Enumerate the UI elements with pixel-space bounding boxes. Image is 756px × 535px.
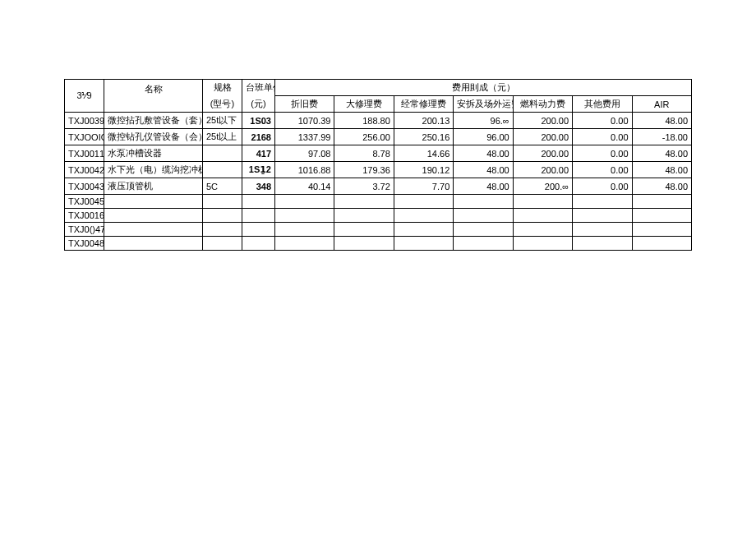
col-header-price-top: 台班单价 <box>242 80 275 96</box>
col-header-feegroup: 费用刞成（元） <box>275 80 692 96</box>
cell-f6: 0.00 <box>573 145 632 162</box>
cell-f5 <box>513 223 572 237</box>
cell-f5: 200.00 <box>513 162 572 178</box>
table-row: TXJ0042水下光（电）缆沟挖冲机1S1̱21016.88179.36190.… <box>65 162 692 178</box>
col-header-spec-top: 规格 <box>203 80 242 96</box>
cell-f2: 179.36 <box>334 162 394 178</box>
cell-code: TXJ0016 <box>65 209 104 223</box>
cell-f5 <box>513 195 572 209</box>
cell-f2: 8.78 <box>334 145 394 162</box>
cell-f5: 200.00 <box>513 129 572 145</box>
cell-f2 <box>334 223 394 237</box>
cell-spec <box>203 195 242 209</box>
table-row: TXJ0011水泵冲槽设器41797.088.7814.6648.00200.0… <box>65 145 692 162</box>
cell-name: 水下光（电）缆沟挖冲机 <box>104 162 203 178</box>
col-header-f1: 折旧费 <box>275 96 334 113</box>
table-row: TXJ0()47 <box>65 223 692 237</box>
cell-f6 <box>573 195 632 209</box>
cell-f6 <box>573 237 632 251</box>
data-table: 3⅟9 名称 规格 台班单价 费用刞成（元） (型号) (元) 折旧费 大修理费… <box>64 79 692 251</box>
cell-f4 <box>454 223 513 237</box>
cell-name: 水泵冲槽设器 <box>104 145 203 162</box>
cell-f2: 3.72 <box>334 178 394 195</box>
cell-price: 2168 <box>242 129 275 145</box>
table-row: TXJ0039微控拈孔敷管设备（套）25t以下1S031070.39188.80… <box>65 113 692 129</box>
cell-f1 <box>275 209 334 223</box>
cell-price: 417 <box>242 145 275 162</box>
cell-name <box>104 195 203 209</box>
cell-f1 <box>275 195 334 209</box>
cell-name <box>104 237 203 251</box>
col-header-price-bottom: (元) <box>242 96 275 113</box>
cell-f4 <box>454 195 513 209</box>
cell-f1 <box>275 223 334 237</box>
cell-f3: 250.16 <box>394 129 453 145</box>
cell-f5: 200.∞ <box>513 178 572 195</box>
col-header-code: 3⅟9 <box>65 80 104 113</box>
col-header-f2: 大修理费 <box>334 96 394 113</box>
cell-spec: 5C <box>203 178 242 195</box>
cell-f2: 256.00 <box>334 129 394 145</box>
cell-f3: 7.70 <box>394 178 453 195</box>
cell-spec <box>203 162 242 178</box>
cell-f3 <box>394 195 453 209</box>
cell-price: 1S1̱2 <box>242 162 275 178</box>
cell-f5: 200.00 <box>513 145 572 162</box>
cell-f3 <box>394 223 453 237</box>
cell-price <box>242 209 275 223</box>
cell-f5 <box>513 237 572 251</box>
cell-price <box>242 223 275 237</box>
cell-f6: 0.00 <box>573 162 632 178</box>
cell-spec <box>203 223 242 237</box>
cell-code: TXJ0043 <box>65 178 104 195</box>
cell-f4: 48.00 <box>454 162 513 178</box>
cell-f3 <box>394 209 453 223</box>
cell-f7: 48.00 <box>632 162 691 178</box>
table-row: TXJ0016 <box>65 209 692 223</box>
cell-spec <box>203 145 242 162</box>
cell-f6: 0.00 <box>573 129 632 145</box>
table-row: TXJ0048 <box>65 237 692 251</box>
cell-f7: 48.00 <box>632 113 691 129</box>
cell-name <box>104 223 203 237</box>
cell-code: TXJOOIO <box>65 129 104 145</box>
cell-f7: 48.00 <box>632 145 691 162</box>
table-row: TXJOOIO微控钻孔仪管设备（会）25t以上21681337.99256.00… <box>65 129 692 145</box>
col-header-f4: 安拆及场外运费 <box>454 96 513 113</box>
cell-spec: 25t以下 <box>203 113 242 129</box>
cell-f1: 1016.88 <box>275 162 334 178</box>
cell-f7 <box>632 209 691 223</box>
cell-f1: 40.14 <box>275 178 334 195</box>
cell-name: 液压顶管机 <box>104 178 203 195</box>
cell-name: 微控钻孔仪管设备（会） <box>104 129 203 145</box>
cell-f3: 190.12 <box>394 162 453 178</box>
cell-f4: 96.00 <box>454 129 513 145</box>
col-header-f5: 燃料动力费 <box>513 96 572 113</box>
cell-f6: 0.00 <box>573 178 632 195</box>
cell-f1 <box>275 237 334 251</box>
cell-code: TXJ0048 <box>65 237 104 251</box>
cell-f4: 48.00 <box>454 178 513 195</box>
cell-spec <box>203 237 242 251</box>
cell-name: 微控拈孔敷管设备（套） <box>104 113 203 129</box>
cell-price <box>242 237 275 251</box>
cell-f4: 48.00 <box>454 145 513 162</box>
cell-price <box>242 195 275 209</box>
cell-code: TXJ0()47 <box>65 223 104 237</box>
cell-f3 <box>394 237 453 251</box>
cell-f6: 0.00 <box>573 113 632 129</box>
cell-code: TXJ0045 <box>65 195 104 209</box>
cell-f7 <box>632 195 691 209</box>
table-header: 3⅟9 名称 规格 台班单价 费用刞成（元） (型号) (元) 折旧费 大修理费… <box>65 80 692 113</box>
cell-f5: 200.00 <box>513 113 572 129</box>
cell-spec <box>203 209 242 223</box>
cell-code: TXJ0042 <box>65 162 104 178</box>
table-row: TXJ0043液压顶管机5C34840.143.727.7048.00200.∞… <box>65 178 692 195</box>
cell-f7 <box>632 237 691 251</box>
cell-price: 348 <box>242 178 275 195</box>
col-header-f6: 其他费用 <box>573 96 632 113</box>
col-header-f3: 经常修理费 <box>394 96 453 113</box>
col-header-spec-bottom: (型号) <box>203 96 242 113</box>
col-header-f7: AIR <box>632 96 691 113</box>
table-row: TXJ0045 <box>65 195 692 209</box>
